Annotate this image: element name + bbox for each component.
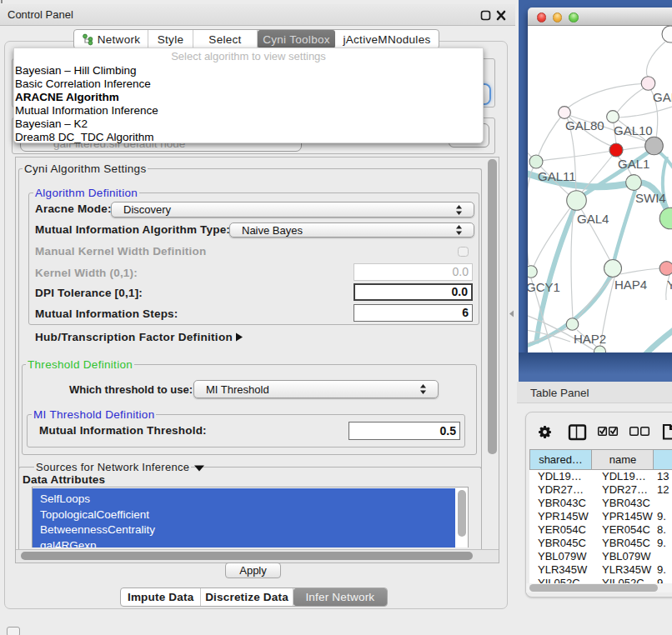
svg-text:GAL4: GAL4 [577,212,609,226]
svg-text:GAL7: GAL7 [653,90,672,104]
svg-text:GAL11: GAL11 [538,169,576,183]
svg-text:SWI4: SWI4 [635,191,666,205]
svg-text:GAL1: GAL1 [618,157,649,171]
svg-text:GCY1: GCY1 [528,280,560,294]
svg-text:GAL10: GAL10 [614,123,653,138]
svg-text:GAL80: GAL80 [565,118,604,132]
svg-text:HAP2: HAP2 [574,332,606,346]
svg-text:HAP4: HAP4 [614,278,647,292]
svg-text:Y: Y [667,278,672,292]
